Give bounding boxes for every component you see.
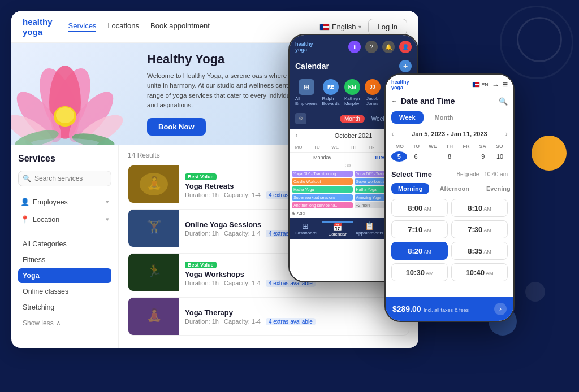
dt-price-sub: Incl. all taxes & fees	[424, 307, 469, 313]
cat-yoga[interactable]: Yoga	[18, 268, 111, 283]
dt-day-10[interactable]: 10	[492, 151, 508, 162]
service-thumb-workshops: 🏃	[128, 254, 179, 291]
cal-header: healthy yoga ⬆ ? 🔔 👤	[290, 35, 417, 56]
dt-prev-arrow[interactable]: ‹	[391, 129, 394, 138]
nav-locations[interactable]: Locations	[107, 21, 139, 32]
search-wrap: 🔍	[18, 171, 111, 186]
dt-back-button[interactable]: ←	[391, 98, 397, 104]
dt-day-9[interactable]: 9	[476, 151, 491, 162]
dt-slot-800[interactable]: 8:00AM	[391, 199, 448, 217]
lotus-image	[11, 43, 124, 145]
bell-icon[interactable]: 🔔	[382, 41, 395, 53]
employee-ralph[interactable]: RE RalphEdwards	[322, 79, 340, 106]
day-tu: TU	[308, 143, 326, 151]
dt-menu-icon[interactable]: ≡	[503, 80, 508, 90]
login-button[interactable]: Log in	[368, 19, 407, 35]
bg-circle-1	[517, 17, 562, 62]
dt-tab-week[interactable]: Week	[391, 111, 424, 124]
cat-all-categories[interactable]: All Categories	[18, 237, 111, 251]
dt-slot-710[interactable]: 7:10AM	[391, 220, 448, 238]
bg-circle-2	[500, 6, 573, 79]
dt-day-8[interactable]: 8	[442, 151, 457, 162]
svg-text:🏃: 🏃	[146, 263, 162, 278]
employee-jacob[interactable]: JJ JacobJones	[365, 79, 381, 106]
dt-flag-icon	[472, 82, 480, 88]
dt-header-mo: MO	[391, 143, 408, 149]
search-input[interactable]	[18, 171, 111, 186]
service-thumb-therapy: 🧘	[128, 298, 179, 335]
nav-dashboard[interactable]: ⊞ Dashboard	[290, 221, 322, 237]
dt-day-empty: 7	[425, 151, 440, 162]
filter-location[interactable]: 📍 Location ▾	[18, 212, 111, 227]
dt-search-icon[interactable]: 🔍	[499, 97, 508, 106]
dt-tab-evening[interactable]: Evening	[479, 183, 513, 194]
prev-month-arrow[interactable]: ‹	[295, 131, 297, 140]
cal-add-button[interactable]: +	[399, 60, 412, 72]
book-now-button[interactable]: Book Now	[147, 118, 206, 136]
dt-cal-nav: ‹ Jan 5, 2023 - Jan 11, 2023 ›	[386, 126, 513, 141]
cat-fitness[interactable]: Fitness	[18, 252, 111, 267]
dt-back-row: ← Date and Time 🔍	[386, 93, 513, 109]
nav-book[interactable]: Book appointment	[150, 21, 210, 32]
dt-section-title: Date and Time	[401, 97, 499, 106]
person-icon: 👤	[20, 198, 29, 206]
language-selector[interactable]: English ▾	[319, 23, 361, 31]
service-thumb-online: 🏋	[128, 210, 179, 247]
dt-slot-730[interactable]: 7:30AM	[451, 220, 508, 238]
dt-language[interactable]: EN	[472, 82, 489, 88]
dt-slot-1040[interactable]: 10:40AM	[451, 263, 508, 281]
service-meta: Duration: 1h Capacity: 1-4 4 extras avai…	[185, 318, 403, 325]
dt-header-sa: SA	[474, 143, 491, 149]
dt-slot-835[interactable]: 8:35AM	[451, 242, 508, 260]
cal-tab-month[interactable]: Month	[340, 115, 365, 123]
dt-slot-820[interactable]: 8:20AM	[391, 242, 448, 260]
dt-price-bar: $289.00 Incl. all taxes & fees ›	[386, 297, 513, 321]
dt-day-5[interactable]: 5	[391, 151, 407, 162]
employee-avatar: RE	[323, 79, 339, 95]
cal-event-super-2: Super workout sessions	[292, 194, 353, 201]
svg-text:🧘: 🧘	[146, 175, 162, 190]
dt-tab-month[interactable]: Month	[427, 111, 461, 124]
phone-right: healthy yoga EN → ≡ ← Date and Time 🔍 We…	[384, 73, 515, 322]
nav-appointments[interactable]: 📋 Appointments	[353, 221, 386, 237]
dt-header-th: TH	[441, 143, 457, 149]
dt-slot-1030[interactable]: 10:30AM	[391, 263, 448, 281]
cal-title: Calendar	[295, 62, 329, 71]
day-monday-label: Monday	[292, 155, 353, 160]
dt-cal-grid: MO TU WE TH FR SA SU 5 6 7 8 9 10	[386, 141, 513, 165]
share-icon[interactable]: ⬆	[348, 41, 361, 53]
dt-time-tabs: Morning Afternoon Evening	[386, 181, 513, 197]
help-icon[interactable]: ?	[365, 41, 378, 53]
cat-online-classes[interactable]: Online classes	[18, 284, 111, 299]
dt-tab-afternoon[interactable]: Afternoon	[433, 183, 476, 194]
show-less-button[interactable]: Show less ∧	[18, 316, 111, 330]
employee-kathryn[interactable]: KM KathrynMurphy	[344, 79, 360, 106]
filter-employees[interactable]: 👤 Employees ▾	[18, 194, 111, 210]
dt-next-arrow[interactable]: ›	[505, 129, 508, 138]
pin-icon: 📍	[20, 215, 29, 224]
svg-text:🧘: 🧘	[146, 307, 162, 323]
cal-event-long: Another long service na...	[292, 202, 353, 208]
user-avatar[interactable]: 👤	[399, 41, 412, 53]
phone-right-screen: healthy yoga EN → ≡ ← Date and Time 🔍 We…	[386, 75, 513, 321]
dt-day-6[interactable]: 6	[408, 151, 424, 162]
service-card-therapy[interactable]: 🧘 Yoga Therapy Duration: 1h Capacity: 1-…	[128, 297, 409, 336]
svg-point-9	[56, 107, 74, 123]
dt-continue-button[interactable]: ›	[494, 303, 507, 315]
dt-login-icon[interactable]: →	[492, 81, 499, 89]
logo: healthy yoga	[23, 17, 53, 37]
dt-slot-810[interactable]: 8:10AM	[451, 199, 508, 217]
cat-stretching[interactable]: Stretching	[18, 300, 111, 315]
dt-price: $289.00	[392, 304, 421, 313]
nav-services[interactable]: Services	[68, 21, 97, 32]
dt-tab-morning[interactable]: Morning	[391, 183, 429, 194]
all-employees-button[interactable]: ⊞ AllEmployees	[295, 79, 318, 106]
dt-view-tabs: Week Month	[386, 109, 513, 126]
cal-event-hatha: Hatha Yoga	[292, 186, 353, 193]
nav-calendar[interactable]: 📅 Calendar	[322, 221, 354, 237]
hero-image	[11, 43, 136, 145]
dt-select-time-label: Select Time	[391, 170, 432, 178]
services-sidebar: Services 🔍 👤 Employees ▾ 📍 Location ▾ Al…	[11, 145, 119, 348]
settings-icon[interactable]: ⚙	[295, 113, 306, 124]
services-heading: Services	[18, 154, 111, 164]
